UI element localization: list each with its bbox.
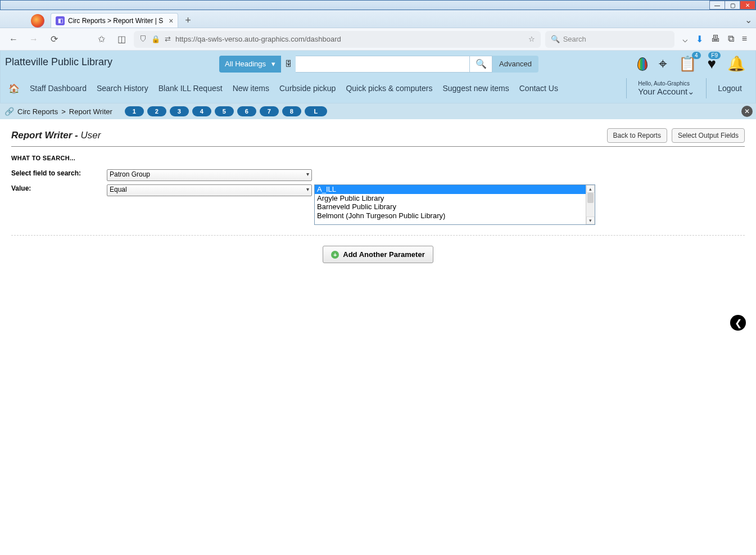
search-icon: 🔍	[551, 35, 560, 43]
new-tab-button[interactable]: +	[180, 13, 195, 28]
select-output-fields-button[interactable]: Select Output Fields	[672, 128, 745, 143]
scrollbar[interactable]: ▴ ▾	[586, 185, 595, 224]
nav-staff-dashboard[interactable]: Staff Dashboard	[30, 84, 87, 93]
crumb-circ-reports[interactable]: Circ Reports	[17, 107, 58, 116]
list-icon[interactable]: 📋4	[678, 55, 696, 73]
bookmark-page-icon[interactable]: ☆	[528, 35, 535, 43]
forward-button: →	[26, 31, 42, 47]
browser-search[interactable]: 🔍 Search	[545, 31, 674, 48]
operator-select[interactable]: Equal	[107, 184, 312, 196]
step-last[interactable]: L	[305, 106, 327, 116]
nav-search-history[interactable]: Search History	[97, 84, 148, 93]
chevron-down-icon: ▾	[271, 60, 275, 68]
account-menu[interactable]: Hello, Auto-Graphics Your Account⌄	[638, 80, 695, 97]
scroll-down-icon[interactable]: ▾	[586, 216, 595, 224]
reload-button[interactable]: ⟳	[46, 31, 62, 47]
nav-curbside[interactable]: Curbside pickup	[279, 84, 336, 93]
shield-icon: ⛉	[139, 35, 147, 43]
browser-tabstrip: ◧ Circ Reports > Report Writer | S × + ⌄	[0, 10, 756, 28]
window-titlebar: — ▢ ✕	[0, 0, 756, 10]
tab-favicon: ◧	[56, 16, 65, 25]
close-panel-icon[interactable]: ✕	[741, 106, 753, 117]
nav-suggest[interactable]: Suggest new items	[442, 84, 509, 93]
notifications-icon[interactable]: 🔔	[727, 55, 745, 73]
list-item[interactable]: A_ILL	[315, 185, 595, 194]
catalog-search-input[interactable]	[296, 56, 470, 73]
scroll-up-icon[interactable]: ▴	[586, 185, 595, 193]
browser-toolbar: ← → ⟳ ✩ ◫ ⛉ 🔒 ⇄ https://qa-swls-verso.au…	[0, 28, 756, 51]
divider	[11, 235, 745, 236]
step-6[interactable]: 6	[237, 106, 256, 116]
url-bar[interactable]: ⛉ 🔒 ⇄ https://qa-swls-verso.auto-graphic…	[134, 31, 541, 48]
browser-tab[interactable]: ◧ Circ Reports > Report Writer | S ×	[51, 13, 178, 28]
step-2[interactable]: 2	[147, 106, 166, 116]
nav-blank-ill[interactable]: Blank ILL Request	[159, 84, 223, 93]
logout-link[interactable]: Logout	[718, 84, 742, 93]
url-text: https://qa-swls-verso.auto-graphics.com/…	[175, 35, 341, 43]
field-label: Select field to search:	[11, 169, 107, 177]
chevron-down-icon: ⌄	[687, 87, 695, 96]
search-button[interactable]: 🔍	[470, 56, 492, 73]
crumb-report-writer[interactable]: Report Writer	[69, 107, 112, 116]
scan-icon[interactable]: ⌖	[659, 55, 667, 73]
content-area: Report Writer - User Back to Reports Sel…	[0, 119, 756, 272]
tab-close-icon[interactable]: ×	[169, 16, 173, 25]
home-icon[interactable]: 🏠	[8, 83, 20, 94]
value-listbox[interactable]: A_ILL Argyle Public Library Barneveld Pu…	[314, 184, 595, 225]
step-5[interactable]: 5	[215, 106, 234, 116]
firefox-icon	[31, 14, 44, 28]
nav-quick-picks[interactable]: Quick picks & computers	[346, 84, 432, 93]
headings-dropdown[interactable]: All Headings ▾	[219, 56, 281, 73]
downloads-icon[interactable]: ⬇	[696, 34, 703, 44]
lock-icon: 🔒	[151, 35, 160, 43]
nav-new-items[interactable]: New items	[233, 84, 269, 93]
step-3[interactable]: 3	[170, 106, 189, 116]
bookmark-star-icon[interactable]: ✩	[93, 31, 109, 47]
scroll-thumb[interactable]	[587, 193, 594, 203]
container-icon[interactable]: ◫	[114, 31, 129, 47]
list-item[interactable]: Argyle Public Library	[315, 194, 595, 203]
advanced-search-button[interactable]: Advanced	[492, 56, 538, 73]
window-close[interactable]: ✕	[740, 1, 755, 10]
add-parameter-button[interactable]: + Add Another Parameter	[323, 246, 433, 263]
step-8[interactable]: 8	[282, 106, 301, 116]
breadcrumb-bar: 🔗 Circ Reports > Report Writer 1 2 3 4 5…	[0, 103, 756, 119]
print-icon[interactable]: 🖶	[711, 34, 720, 44]
database-icon[interactable]: 🗄	[281, 56, 296, 73]
step-4[interactable]: 4	[192, 106, 211, 116]
tab-title: Circ Reports > Report Writer | S	[68, 17, 163, 25]
back-button[interactable]: ←	[6, 31, 21, 47]
list-item[interactable]: Barneveld Public Library	[315, 202, 595, 211]
list-item[interactable]: Belmont (John Turgeson Public Library)	[315, 211, 595, 220]
favorites-icon[interactable]: ♥F9	[708, 55, 716, 73]
page-title: Report Writer - User	[11, 130, 101, 141]
link-icon: 🔗	[4, 107, 14, 116]
section-heading: WHAT TO SEARCH...	[11, 155, 745, 161]
menu-icon[interactable]: ≡	[742, 34, 747, 44]
window-minimize[interactable]: —	[709, 1, 725, 10]
back-to-reports-button[interactable]: Back to Reports	[607, 128, 667, 143]
plus-icon: +	[331, 251, 339, 259]
window-maximize[interactable]: ▢	[725, 1, 740, 10]
library-name: Platteville Public Library	[5, 54, 112, 74]
nav-contact[interactable]: Contact Us	[519, 84, 558, 93]
step-1[interactable]: 1	[125, 106, 144, 116]
app-header: Platteville Public Library All Headings …	[0, 51, 756, 103]
pocket-icon[interactable]: ⌵	[682, 34, 688, 44]
main-nav: 🏠 Staff Dashboard Search History Blank I…	[5, 74, 751, 103]
field-select[interactable]: Patron Group	[107, 169, 312, 181]
extensions-icon[interactable]: ⧉	[728, 34, 734, 44]
balloon-icon[interactable]	[637, 57, 648, 71]
step-7[interactable]: 7	[260, 106, 279, 116]
search-placeholder: Search	[563, 35, 586, 43]
permissions-icon: ⇄	[165, 35, 171, 43]
value-label: Value:	[11, 184, 107, 192]
tabs-dropdown-icon[interactable]: ⌄	[740, 12, 756, 28]
